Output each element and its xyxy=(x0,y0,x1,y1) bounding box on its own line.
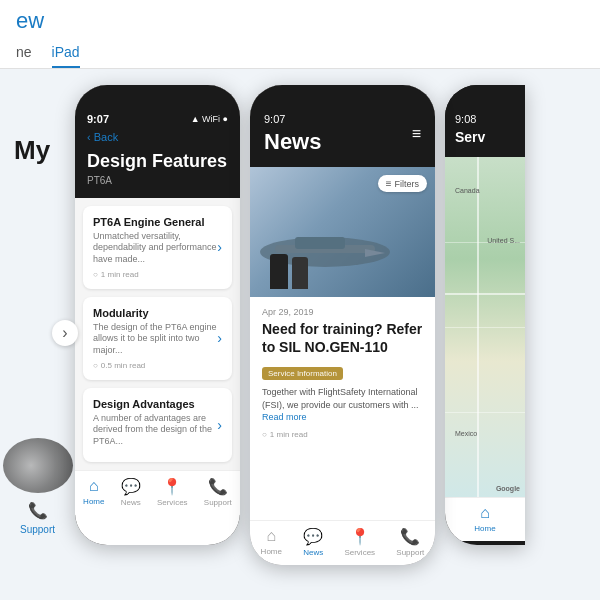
news-icon-1: 💬 xyxy=(121,477,141,496)
services-icon-1: 📍 xyxy=(162,477,182,496)
tabs-row: ne iPad xyxy=(16,38,584,68)
map-road-vertical xyxy=(477,157,479,497)
phone1-title: Design Features xyxy=(87,151,228,173)
phone1-screen: 9:07 ▲ WiFi ● ‹ Back Design Features PT6… xyxy=(75,85,240,545)
feature-card-3[interactable]: Design Advantages A number of advantages… xyxy=(83,388,232,462)
feature-card-1-content: PT6A Engine General Unmatched versatilit… xyxy=(93,216,217,279)
phone1-nav-news[interactable]: 💬 News xyxy=(121,477,141,507)
feature-card-1-title: PT6A Engine General xyxy=(93,216,217,228)
feature-card-1[interactable]: PT6A Engine General Unmatched versatilit… xyxy=(83,206,232,289)
map-grid-h3 xyxy=(445,412,525,413)
clock-icon-2: ○ xyxy=(93,361,98,370)
canada-label: Canada xyxy=(455,187,480,194)
phone2-header: 9:07 News ≡ xyxy=(250,85,435,167)
phone1-subtitle: PT6A xyxy=(87,175,228,186)
phone3-time: 9:08 xyxy=(455,113,485,125)
phone2-nav-support[interactable]: 📞 Support xyxy=(396,527,424,557)
hamburger-menu-icon[interactable]: ≡ xyxy=(412,125,421,143)
phone2-title: News xyxy=(264,129,321,155)
back-chevron-icon: ‹ xyxy=(87,131,91,143)
phone3-title: Serv xyxy=(455,129,485,145)
news-image: ≡ Filters xyxy=(250,167,435,297)
read-more-link[interactable]: Read more xyxy=(262,412,307,422)
main-content: My 📞 Support › 9:07 ▲ WiFi ● ‹ Back Desi… xyxy=(0,69,600,597)
home-icon-1: ⌂ xyxy=(89,477,99,495)
phone2-news: 9:07 News ≡ xyxy=(250,85,435,565)
phone1-status-bar: 9:07 ▲ WiFi ● xyxy=(87,113,228,125)
tab-ipad[interactable]: iPad xyxy=(52,38,80,68)
phone3-nav: ⌂ Home xyxy=(445,497,525,541)
phone3-nav-home[interactable]: ⌂ Home xyxy=(474,504,495,533)
phone2-body: ≡ Filters Apr 29, 2019 Need for training… xyxy=(250,167,435,520)
feature-card-3-desc: A number of advantages are derived from … xyxy=(93,413,217,448)
phone1-nav-support[interactable]: 📞 Support xyxy=(204,477,232,507)
home-icon-3: ⌂ xyxy=(480,504,490,522)
feature-card-1-read: ○ 1 min read xyxy=(93,270,217,279)
phone3-header: 9:08 Serv xyxy=(445,85,525,157)
phone2-time: 9:07 xyxy=(264,113,321,125)
news-read-time: ○ 1 min read xyxy=(262,430,423,439)
clock-icon-1: ○ xyxy=(93,270,98,279)
phone3-service: 9:08 Serv Canada United S... Mexico Goog… xyxy=(445,85,525,545)
phone1-design-features: 9:07 ▲ WiFi ● ‹ Back Design Features PT6… xyxy=(75,85,240,545)
news-icon-2: 💬 xyxy=(303,527,323,546)
support-icon-2: 📞 xyxy=(400,527,420,546)
feature-card-3-content: Design Advantages A number of advantages… xyxy=(93,398,217,452)
person-silhouette-2 xyxy=(292,257,308,289)
feature-card-2-content: Modularity The design of the PT6A engine… xyxy=(93,307,217,370)
news-content: Apr 29, 2019 Need for training? Refer to… xyxy=(250,297,435,449)
us-label: United S... xyxy=(487,237,520,244)
left-support-area: My 📞 Support xyxy=(10,85,65,545)
phone1-nav: ⌂ Home 💬 News 📍 Services 📞 Support xyxy=(75,470,240,515)
top-bar: ew ne iPad xyxy=(0,0,600,69)
news-badge: Service Information xyxy=(262,367,343,380)
svg-rect-3 xyxy=(295,237,345,249)
mexico-label: Mexico xyxy=(455,430,477,437)
news-date: Apr 29, 2019 xyxy=(262,307,423,317)
support-label[interactable]: Support xyxy=(20,524,55,535)
page-title: ew xyxy=(16,8,584,38)
services-icon-2: 📍 xyxy=(350,527,370,546)
feature-card-1-desc: Unmatched versatility, dependability and… xyxy=(93,231,217,266)
my-label: My xyxy=(14,135,50,166)
phone1-nav-home[interactable]: ⌂ Home xyxy=(83,477,104,507)
phone2-nav: ⌂ Home 💬 News 📍 Services 📞 Support xyxy=(250,520,435,565)
feature-card-2-read: ○ 0.5 min read xyxy=(93,361,217,370)
phone2-nav-news[interactable]: 💬 News xyxy=(303,527,323,557)
phone2-nav-home[interactable]: ⌂ Home xyxy=(261,527,282,557)
map-road-horizontal xyxy=(445,293,525,295)
news-body: Together with FlightSafety International… xyxy=(262,386,423,424)
phone1-header: 9:07 ▲ WiFi ● ‹ Back Design Features PT6… xyxy=(75,85,240,198)
phone1-body: PT6A Engine General Unmatched versatilit… xyxy=(75,198,240,470)
phone1-time: 9:07 xyxy=(87,113,109,125)
chevron-right-icon-2: › xyxy=(217,330,222,346)
clock-icon-news: ○ xyxy=(262,430,267,439)
back-label: Back xyxy=(94,131,118,143)
feature-card-2[interactable]: Modularity The design of the PT6A engine… xyxy=(83,297,232,380)
feature-card-2-desc: The design of the PT6A engine allows it … xyxy=(93,322,217,357)
support-phone-icon: 📞 xyxy=(28,501,48,520)
phone1-back-button[interactable]: ‹ Back xyxy=(87,131,228,143)
home-icon-2: ⌂ xyxy=(266,527,276,545)
support-icon-1: 📞 xyxy=(208,477,228,496)
feature-card-3-title: Design Advantages xyxy=(93,398,217,410)
person-silhouette-1 xyxy=(270,254,288,289)
feature-card-2-title: Modularity xyxy=(93,307,217,319)
chevron-right-icon-1: › xyxy=(217,239,222,255)
tab-ne[interactable]: ne xyxy=(16,38,32,68)
phone3-map: Canada United S... Mexico Google xyxy=(445,157,525,497)
gear-image xyxy=(3,438,73,493)
phone1-status-icons: ▲ WiFi ● xyxy=(191,114,228,124)
phone2-screen: 9:07 News ≡ xyxy=(250,85,435,565)
news-headline: Need for training? Refer to SIL NO.GEN-1… xyxy=(262,321,423,356)
phone1-nav-services[interactable]: 📍 Services xyxy=(157,477,188,507)
phone2-nav-services[interactable]: 📍 Services xyxy=(344,527,375,557)
filter-icon: ≡ xyxy=(386,178,392,189)
left-nav-arrow[interactable]: › xyxy=(52,320,78,346)
filters-button[interactable]: ≡ Filters xyxy=(378,175,427,192)
chevron-right-icon-3: › xyxy=(217,417,222,433)
map-grid-h2 xyxy=(445,327,525,328)
google-logo: Google xyxy=(496,485,520,492)
